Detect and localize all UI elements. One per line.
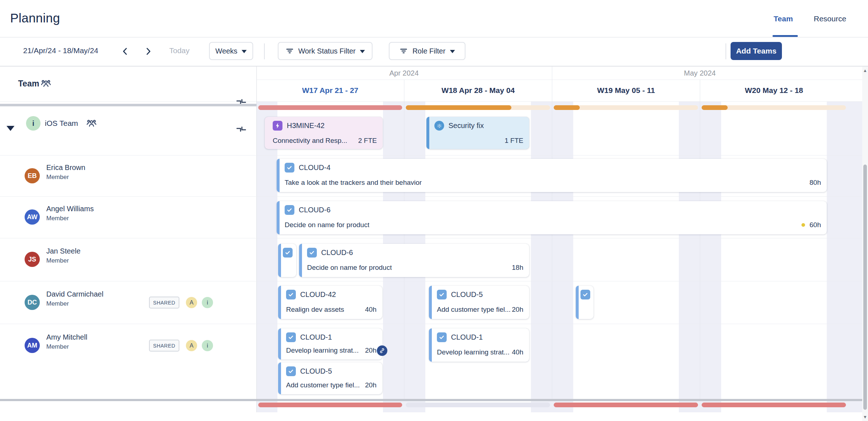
task-card-cloud-6-jan[interactable]: CLOUD-6 Decide on name for product 18h — [299, 244, 529, 277]
checkbox-icon — [307, 248, 317, 258]
grid-line — [256, 80, 862, 80]
team-expand-toggle[interactable] — [7, 126, 14, 131]
checkbox-icon — [437, 332, 447, 342]
chevron-down-icon — [360, 50, 365, 53]
avatar: DC — [25, 295, 40, 310]
member-name: Angel Williams — [46, 205, 94, 213]
page-title: Planning — [10, 11, 60, 25]
scroll-up-arrow[interactable]: ▲ — [863, 68, 867, 73]
tab-resource[interactable]: Resource — [814, 14, 846, 23]
hours-label: 60h — [809, 221, 821, 229]
yellow-dot-indicator — [801, 223, 805, 227]
vertical-scrollbar[interactable]: ▲ ▼ — [862, 67, 868, 421]
issue-key: CLOUD-42 — [300, 290, 336, 299]
lightning-icon — [273, 121, 282, 131]
work-status-filter-label: Work Status Filter — [298, 47, 356, 55]
issue-summary: Add customer type fiel... — [286, 381, 360, 389]
weekend-band — [827, 101, 862, 412]
task-card-cloud-5-w18[interactable]: CLOUD-5 Add customer type fiel... 20h — [429, 286, 529, 319]
role-filter-label: Role Filter — [412, 47, 445, 55]
date-range-label: 21/Apr/24 - 18/May/24 — [23, 46, 98, 55]
issue-key: CLOUD-4 — [299, 163, 331, 172]
row-divider — [0, 281, 862, 281]
tab-team[interactable]: Team — [774, 14, 793, 23]
today-button[interactable]: Today — [169, 46, 190, 55]
hours-label: 20h — [365, 346, 376, 354]
toolbar-separator — [726, 43, 726, 59]
avatar: AW — [25, 209, 40, 225]
grid-line — [0, 101, 862, 102]
member-name: Jan Steele — [46, 247, 81, 255]
team-membership-badge: i — [202, 297, 213, 308]
panel-header-divider — [0, 104, 256, 106]
task-card-cloud-4[interactable]: CLOUD-4 Take a look at the trackers and … — [277, 159, 827, 192]
availability-badge: A — [186, 297, 197, 308]
card-accent-bar — [278, 244, 281, 277]
avatar: AM — [25, 338, 40, 353]
issue-summary: Decide on name for product — [307, 264, 392, 272]
checkbox-icon — [437, 290, 447, 299]
next-period-button[interactable] — [141, 43, 156, 59]
issue-key: CLOUD-5 — [451, 290, 483, 299]
filter-icon — [399, 47, 408, 55]
filter-icon — [285, 47, 294, 55]
card-accent-bar — [277, 201, 280, 234]
week-header-w18: W18 Apr 28 - May 04 — [442, 86, 515, 95]
task-card-cloud-1-w17[interactable]: CLOUD-1 Develop learning strat... 20h — [278, 328, 382, 360]
member-role: Member — [46, 300, 69, 307]
toolbar: 21/Apr/24 - 18/May/24 Today Weeks Work S… — [0, 38, 868, 67]
task-card-cloud-6[interactable]: CLOUD-6 Decide on name for product 60h — [277, 201, 827, 234]
allocation-card-security-fix[interactable]: Security fix 1 FTE — [426, 117, 529, 149]
hours-label: 40h — [512, 348, 523, 356]
grid-line — [552, 101, 552, 399]
week-header-w17: W17 Apr 21 - 27 — [302, 86, 358, 95]
hours-label: 18h — [512, 264, 523, 272]
availability-badge: A — [186, 340, 197, 351]
member-name: Erica Brown — [46, 163, 85, 172]
chevron-left-icon — [120, 47, 130, 56]
capacity-strip-w17 — [258, 105, 402, 110]
chevron-down-icon — [242, 50, 247, 53]
capacity-strip-w20-used — [702, 105, 728, 110]
chevron-right-icon — [144, 47, 153, 56]
card-accent-bar — [576, 286, 579, 319]
issue-key: CLOUD-1 — [300, 333, 332, 341]
scrollbar-thumb[interactable] — [863, 165, 867, 410]
task-card-stub[interactable] — [576, 286, 593, 319]
summary-strip-w20 — [702, 403, 846, 407]
month-label: May 2024 — [684, 69, 716, 77]
shared-badge: SHARED — [149, 340, 179, 352]
checkbox-icon — [283, 248, 293, 258]
issue-summary: Realign dev assets — [286, 306, 344, 314]
add-teams-button[interactable]: Add Teams — [731, 42, 782, 60]
checkbox-icon — [285, 205, 294, 215]
grid-line — [700, 80, 700, 399]
dots-circle-icon — [434, 121, 444, 131]
hours-label: 20h — [365, 381, 376, 389]
issue-summary: Add customer type fiel... — [437, 306, 511, 314]
role-filter-dropdown[interactable]: Role Filter — [389, 42, 465, 60]
issue-summary: Take a look at the trackers and their be… — [285, 179, 422, 187]
issue-key: CLOUD-6 — [321, 248, 353, 257]
resize-handle-icon[interactable] — [236, 124, 247, 135]
row-divider — [0, 196, 862, 197]
fte-label: 2 FTE — [358, 137, 377, 145]
task-card-stub[interactable] — [278, 244, 296, 277]
checkbox-icon — [580, 290, 590, 299]
task-card-cloud-1-w18[interactable]: CLOUD-1 Develop learning strat... 40h — [429, 328, 529, 362]
row-divider — [0, 238, 862, 238]
grid-line — [404, 80, 404, 399]
horizontal-scrollbar[interactable] — [0, 399, 862, 401]
interval-dropdown[interactable]: Weeks — [209, 42, 253, 60]
task-card-cloud-5-w17[interactable]: CLOUD-5 Add customer type fiel... 20h — [278, 362, 382, 394]
issue-summary: Connectivity and Resp... — [273, 137, 347, 145]
interval-value: Weeks — [216, 47, 238, 55]
scroll-down-arrow[interactable]: ▼ — [863, 414, 867, 420]
card-accent-bar — [277, 159, 280, 192]
link-badge[interactable] — [377, 345, 387, 356]
summary-strip-w17 — [258, 403, 402, 407]
allocation-card-h3mine-42[interactable]: H3MINE-42 Connectivity and Resp... 2 FTE — [265, 117, 383, 149]
prev-period-button[interactable] — [118, 43, 132, 59]
work-status-filter-dropdown[interactable]: Work Status Filter — [278, 42, 373, 60]
task-card-cloud-42[interactable]: CLOUD-42 Realign dev assets 40h — [278, 286, 382, 319]
